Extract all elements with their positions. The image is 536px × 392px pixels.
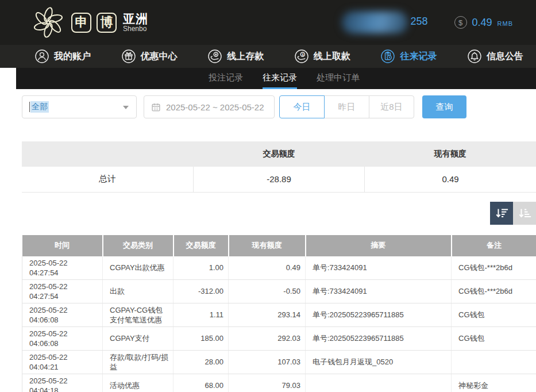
svg-text:$: $	[302, 53, 304, 56]
cell-remark: CG钱包	[452, 303, 536, 326]
col-category: 交易类别	[103, 235, 173, 256]
cell-category: 出款	[103, 279, 173, 303]
account-display: 258	[342, 9, 428, 36]
cell-summary: 单号:733424091	[306, 256, 452, 280]
date-range-value: 2025-05-22 ~ 2025-05-22	[166, 102, 264, 112]
cell-category: CGPAY出款优惠	[103, 256, 173, 280]
cell-category: CGPAY-CG钱包支付笔笔送优惠	[103, 303, 173, 326]
last-8-days-button[interactable]: 近8日	[369, 95, 414, 118]
main-nav: 我的账户 优惠中心 线上存款	[0, 45, 536, 68]
nav-item-withdraw[interactable]: $ 线上取款	[294, 49, 350, 64]
cell-remark: 神秘彩金	[452, 374, 536, 392]
nav-item-deposit[interactable]: 线上存款	[207, 49, 264, 64]
search-button[interactable]: 查询	[422, 95, 466, 118]
table-row: 2025-05-22 04:27:54 CGPAY出款优惠 1.00 0.49 …	[22, 256, 536, 280]
cell-summary: 单号:733424091	[306, 279, 452, 303]
cell-trade-amount: 28.00	[173, 350, 229, 374]
summary-header-balance: 现有额度	[365, 141, 536, 167]
cell-balance: -0.50	[229, 279, 306, 303]
summary-header-trade: 交易额度	[193, 141, 364, 167]
header-right: 258 $ 0.49 RMB	[342, 9, 514, 36]
col-summary: 摘要	[306, 235, 452, 256]
nav-label: 优惠中心	[141, 51, 178, 63]
tab-transaction-records[interactable]: 往来记录	[263, 68, 297, 89]
brand-char-shen: 申	[71, 13, 91, 33]
summary-table: 交易额度 现有额度 总计 -28.89 0.49	[22, 141, 536, 193]
brand-region-cn: 亚洲	[123, 13, 148, 25]
records-header-row: 时间 交易类别 交易额度 现有额度 摘要 备注	[22, 235, 536, 256]
sort-ascending-button[interactable]	[513, 202, 536, 225]
nav-label: 线上取款	[314, 51, 350, 63]
yesterday-button[interactable]: 昨日	[324, 95, 369, 118]
nav-item-transaction-records[interactable]: 往来记录	[380, 49, 437, 64]
sort-row	[22, 202, 536, 225]
cell-time: 2025-05-22 04:04:21	[22, 350, 103, 374]
filter-row: 全部 2025-05-22 ~ 2025-05-22 今日 昨日 近8日 查询	[22, 95, 536, 118]
nav-item-announcements[interactable]: 信息公告	[467, 49, 523, 64]
nav-label: 我的账户	[54, 51, 91, 63]
col-trade-amount: 交易额度	[173, 235, 229, 256]
today-button[interactable]: 今日	[279, 95, 325, 118]
date-range-input[interactable]: 2025-05-22 ~ 2025-05-22	[144, 95, 275, 118]
tab-pending-orders[interactable]: 处理中订单	[317, 68, 360, 89]
type-select[interactable]: 全部	[22, 95, 137, 118]
account-blurred-area	[342, 11, 408, 33]
summary-total-label: 总计	[22, 167, 193, 192]
nav-label: 线上存款	[227, 51, 264, 63]
col-balance: 现有额度	[229, 235, 306, 256]
withdraw-icon: $	[294, 49, 309, 64]
balance-currency: RMB	[498, 20, 513, 27]
cell-remark	[452, 350, 536, 374]
calendar-icon	[151, 102, 161, 112]
table-row: 2025-05-22 04:04:18 活动优惠 68.00 79.03 神秘彩…	[22, 374, 536, 392]
nav-item-promotions[interactable]: 优惠中心	[121, 49, 178, 64]
cell-time: 2025-05-22 04:27:54	[22, 256, 103, 280]
bell-icon	[467, 49, 482, 64]
cell-balance: 292.03	[229, 326, 306, 350]
text-cursor	[29, 102, 30, 112]
content: 全部 2025-05-22 ~ 2025-05-22 今日 昨日 近8日 查询	[0, 89, 536, 392]
tab-bet-records[interactable]: 投注记录	[209, 68, 243, 89]
table-row: 2025-05-22 04:06:08 CGPAY-CG钱包支付笔笔送优惠 1.…	[22, 303, 536, 326]
cell-summary	[306, 374, 452, 392]
cell-trade-amount: 68.00	[173, 374, 229, 392]
cell-category: 存款/取款/打码/损益	[103, 350, 173, 374]
cell-time: 2025-05-22 04:27:54	[22, 279, 103, 303]
cell-remark: CG钱包-***2b6d	[452, 256, 536, 280]
cell-category: 活动优惠	[103, 374, 173, 392]
cell-time: 2025-05-22 04:04:18	[22, 374, 103, 392]
chevron-down-icon	[123, 106, 129, 109]
brand-region-en: Shenbo	[123, 25, 148, 33]
cell-summary: 单号:202505223965711885	[306, 303, 452, 326]
nav-label: 信息公告	[487, 51, 523, 63]
cell-category: CGPAY支付	[103, 326, 173, 350]
dollar-icon: $	[454, 16, 467, 29]
deposit-icon	[207, 49, 222, 64]
summary-total-trade: -28.89	[193, 167, 364, 192]
flower-logo-icon	[32, 6, 65, 39]
cell-remark: CG钱包-***2b6d	[452, 279, 536, 303]
sort-descending-button[interactable]	[490, 202, 513, 225]
quick-date-group: 今日 昨日 近8日	[279, 95, 414, 118]
balance-display: $ 0.49 RMB	[454, 16, 514, 29]
cell-time: 2025-05-22 04:06:08	[22, 303, 103, 326]
sub-nav: 投注记录 往来记录 处理中订单	[16, 68, 536, 89]
cell-summary: 电子钱包月月返现_0520	[306, 350, 452, 374]
col-remark: 备注	[452, 235, 536, 256]
summary-header-empty	[22, 141, 193, 167]
sort-descending-icon	[495, 207, 508, 220]
summary-total-balance: 0.49	[365, 167, 536, 192]
records-icon	[380, 49, 395, 64]
nav-item-my-account[interactable]: 我的账户	[34, 49, 91, 64]
cell-trade-amount: 185.00	[173, 326, 229, 350]
cell-time: 2025-05-22 04:06:08	[22, 326, 103, 350]
account-suffix: 258	[410, 16, 427, 28]
brand-region: 亚洲 Shenbo	[123, 13, 148, 33]
table-row: 2025-05-22 04:06:08 CGPAY支付 185.00 292.0…	[22, 326, 536, 350]
cell-balance: 107.03	[229, 350, 306, 374]
sort-ascending-icon	[518, 207, 531, 220]
cell-trade-amount: 1.00	[173, 256, 229, 280]
cell-remark: CG钱包	[452, 326, 536, 350]
brand-char-bo: 博	[97, 13, 117, 33]
type-select-value: 全部	[30, 101, 49, 113]
